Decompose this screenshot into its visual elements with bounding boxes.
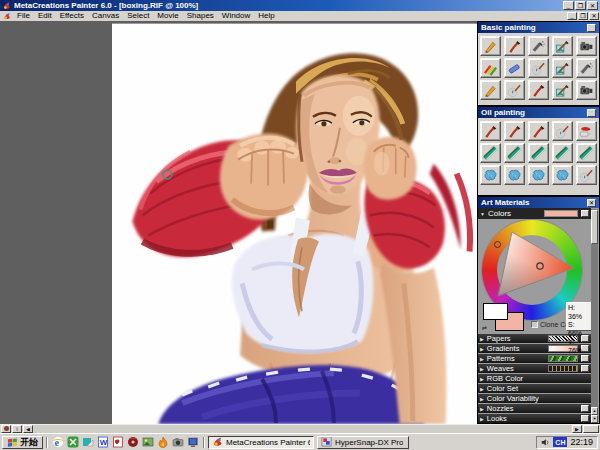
water-drop-brush-brush-button[interactable]: [504, 80, 525, 100]
menu-canvas[interactable]: Canvas: [88, 11, 123, 21]
colors-section-header[interactable]: ▼ Colors: [478, 208, 591, 219]
water-drop-brush-brush-button[interactable]: [576, 165, 597, 185]
collapse-box-icon[interactable]: [587, 109, 596, 117]
chalk-brush-button[interactable]: [504, 58, 525, 78]
acrobat-icon[interactable]: [111, 435, 125, 449]
brush-brush-button[interactable]: [504, 36, 525, 56]
scrollbar-track[interactable]: [34, 425, 571, 433]
menu-help[interactable]: Help: [254, 11, 278, 21]
word-icon[interactable]: W: [96, 435, 110, 449]
hue-marker[interactable]: [494, 241, 501, 248]
section-color-set[interactable]: ▶Color Set: [478, 384, 591, 393]
drawer-dot-icon[interactable]: [1, 425, 11, 433]
image-viewer-icon[interactable]: [141, 435, 155, 449]
brush-brush-button[interactable]: [504, 121, 525, 141]
oil-stroke-brush-button[interactable]: [576, 143, 597, 163]
flame-icon[interactable]: [156, 435, 170, 449]
crayons-brush-button[interactable]: [480, 58, 501, 78]
current-color-swatch[interactable]: [544, 210, 578, 217]
section-nozzles[interactable]: ▶Nozzles: [478, 404, 591, 413]
close-button[interactable]: ✕: [587, 1, 598, 10]
scroll-left-icon[interactable]: ◀: [23, 425, 33, 433]
mail-icon[interactable]: [66, 435, 80, 449]
clone-color-checkbox[interactable]: [531, 321, 538, 328]
sponge-brush-button[interactable]: [480, 165, 501, 185]
close-icon[interactable]: ✕: [587, 199, 596, 207]
section-box-icon[interactable]: [581, 365, 589, 372]
cloner-camera-brush-button[interactable]: [576, 36, 597, 56]
minimize-button[interactable]: _: [563, 1, 574, 10]
sponge-brush-button[interactable]: [552, 165, 573, 185]
scroll-down-icon[interactable]: ▼: [591, 415, 598, 423]
pencil-brush-button[interactable]: [480, 80, 501, 100]
oil-stroke-brush-button[interactable]: [528, 143, 549, 163]
media-player-icon[interactable]: [126, 435, 140, 449]
section-color-variability[interactable]: ▶Color Variability: [478, 394, 591, 403]
menu-file[interactable]: File: [13, 11, 34, 21]
brush-brush-button[interactable]: [480, 121, 501, 141]
paint-tube-brush-button[interactable]: [576, 121, 597, 141]
section-weaves[interactable]: ▶Weaves: [478, 364, 591, 373]
scrollbar-thumb[interactable]: [591, 210, 598, 244]
taskbar-task-painter[interactable]: MetaCreations Painter 6....: [208, 436, 314, 449]
brush-brush-button[interactable]: [528, 80, 549, 100]
oil-stroke-brush-button[interactable]: [480, 143, 501, 163]
system-tray[interactable]: CH 22:19: [536, 436, 598, 449]
art-materials-titlebar[interactable]: Art Materials ✕: [478, 197, 599, 208]
section-box-icon[interactable]: [581, 405, 589, 412]
scroll-up-icon[interactable]: ▲: [591, 407, 598, 415]
menu-edit[interactable]: Edit: [34, 11, 56, 21]
cloner-camera-brush-button[interactable]: [576, 80, 597, 100]
restore-button[interactable]: ❐: [575, 1, 586, 10]
oil-stroke-brush-button[interactable]: [552, 143, 573, 163]
speaker-icon[interactable]: [541, 438, 550, 447]
water-glass-brush-brush-button[interactable]: [552, 58, 573, 78]
start-button[interactable]: 开始: [2, 436, 43, 449]
oil-painting-titlebar[interactable]: Oil painting: [478, 107, 599, 118]
section-box-icon[interactable]: [581, 210, 589, 217]
collapse-box-icon[interactable]: [587, 24, 596, 32]
document-icon[interactable]: [3, 12, 11, 20]
water-glass-brush-brush-button[interactable]: [552, 36, 573, 56]
painting-canvas[interactable]: [112, 23, 477, 424]
clock[interactable]: 22:19: [570, 437, 593, 447]
water-glass-brush-brush-button[interactable]: [552, 80, 573, 100]
section-looks[interactable]: ▶Looks: [478, 414, 591, 423]
green-pattern-swatch[interactable]: [548, 355, 578, 362]
menu-select[interactable]: Select: [123, 11, 153, 21]
monitor-icon[interactable]: [186, 435, 200, 449]
brush-brush-button[interactable]: [528, 121, 549, 141]
water-drop-brush-brush-button[interactable]: [552, 121, 573, 141]
oil-stroke-brush-button[interactable]: [504, 143, 525, 163]
color-pair[interactable]: ⇄: [482, 303, 530, 332]
menu-effects[interactable]: Effects: [56, 11, 88, 21]
weave-tartan-swatch[interactable]: [548, 365, 578, 372]
doc-restore-button[interactable]: ❐: [578, 12, 588, 20]
taskbar-task-hypersnap[interactable]: HyperSnap-DX Pro: [317, 436, 409, 449]
section-rgb-color[interactable]: ▶RGB Color: [478, 374, 591, 383]
input-method-indicator[interactable]: CH: [553, 437, 567, 447]
section-box-icon[interactable]: [581, 415, 589, 422]
front-color-swatch[interactable]: [483, 303, 508, 320]
palette-scrollbar[interactable]: ▲ ▼: [591, 209, 598, 423]
camera-icon[interactable]: [171, 435, 185, 449]
doc-close-button[interactable]: ✕: [589, 12, 599, 20]
pencil-brush-button[interactable]: [480, 36, 501, 56]
basic-painting-titlebar[interactable]: Basic painting: [478, 22, 599, 33]
menu-movie[interactable]: Movie: [153, 11, 182, 21]
water-drop-brush-brush-button[interactable]: [528, 58, 549, 78]
menu-shapes[interactable]: Shapes: [183, 11, 218, 21]
airbrush-brush-button[interactable]: [576, 58, 597, 78]
airbrush-brush-button[interactable]: [528, 36, 549, 56]
size-grip[interactable]: [583, 425, 599, 433]
info-button[interactable]: i: [12, 425, 22, 433]
sponge-brush-button[interactable]: [528, 165, 549, 185]
menu-window[interactable]: Window: [218, 11, 254, 21]
section-box-icon[interactable]: [581, 355, 589, 362]
show-desktop-icon[interactable]: [81, 435, 95, 449]
swap-colors-icon[interactable]: ⇄: [482, 324, 487, 331]
scroll-right-icon[interactable]: ▶: [572, 425, 582, 433]
internet-explorer-icon[interactable]: e: [51, 435, 65, 449]
sponge-brush-button[interactable]: [504, 165, 525, 185]
doc-minimize-button[interactable]: _: [567, 12, 577, 20]
